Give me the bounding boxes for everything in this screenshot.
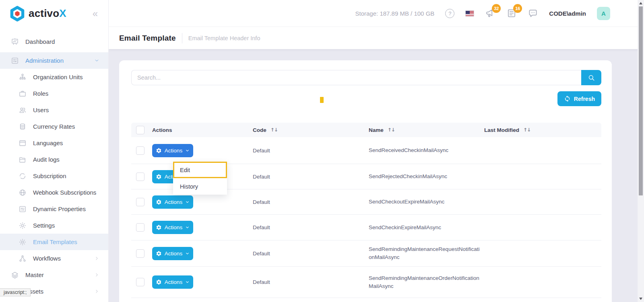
app-logo: activoX xyxy=(10,5,66,22)
row-checkbox[interactable] xyxy=(136,249,144,258)
dynamic-properties-icon xyxy=(19,205,27,213)
actions-button[interactable]: Actions xyxy=(152,221,193,234)
sidebar-item-audit-logs[interactable]: Audit logs xyxy=(0,151,108,168)
row-checkbox[interactable] xyxy=(136,146,144,155)
sidebar-item-dynamic-properties[interactable]: Dynamic Properties xyxy=(0,201,108,217)
sidebar: activoX « Dashboard Administration Organ… xyxy=(0,0,109,302)
current-user[interactable]: CODE\admin xyxy=(549,10,586,17)
sidebar-item-roles[interactable]: Roles xyxy=(0,85,108,102)
status-bar-link-tooltip: javascript:; xyxy=(0,288,31,296)
brand-name: activoX xyxy=(29,7,66,20)
roles-icon xyxy=(19,90,27,98)
chevron-right-icon xyxy=(94,272,99,277)
table-row: Actions Default SendReceivedCheckinMailA… xyxy=(131,137,601,164)
dashboard-icon xyxy=(11,38,19,46)
column-header-name[interactable]: Name↑↓ xyxy=(369,127,484,133)
actions-button[interactable]: Actions xyxy=(152,144,193,157)
sidebar-collapse-button[interactable]: « xyxy=(93,9,98,18)
sidebar-item-users[interactable]: Users xyxy=(0,102,108,118)
chat-bubble-icon xyxy=(528,8,538,18)
sidebar-item-email-templates[interactable]: Email Templates xyxy=(0,234,108,250)
sidebar-item-languages[interactable]: Languages xyxy=(0,135,108,151)
sidebar-item-currency-rates[interactable]: Currency Rates xyxy=(0,118,108,135)
sidebar-item-subscription[interactable]: Subscription xyxy=(0,168,108,184)
gear-icon xyxy=(156,174,162,180)
arrow-down-icon xyxy=(639,298,642,300)
settings-icon xyxy=(19,222,27,230)
name-cell: SendRejectedCheckinMailAsync xyxy=(369,173,481,181)
scroll-up-button[interactable] xyxy=(638,0,644,6)
avatar[interactable]: A xyxy=(597,7,610,20)
announcements-badge: 32 xyxy=(492,4,501,13)
gear-icon xyxy=(156,224,162,230)
name-cell: SendRemindingMaintenanceRequestNotificat… xyxy=(369,245,481,261)
organization-units-icon xyxy=(19,73,27,81)
row-checkbox[interactable] xyxy=(136,198,144,206)
title-divider xyxy=(182,33,182,43)
users-icon xyxy=(19,106,27,114)
name-cell: SendRemindingMaintenanceOrderNotificatio… xyxy=(369,274,481,290)
actions-button[interactable]: Actions xyxy=(152,275,193,289)
actions-button[interactable]: Actions xyxy=(152,247,193,260)
sidebar-item-dashboard[interactable]: Dashboard xyxy=(0,33,108,50)
announcements-icon[interactable]: 32 xyxy=(485,8,495,18)
table-row: Actions Default SendCheckinExpireMailAsy… xyxy=(131,215,601,240)
sidebar-item-master[interactable]: Master xyxy=(0,267,108,283)
column-header-last-modified[interactable]: Last Modified↑↓ xyxy=(484,127,601,133)
dropdown-item-edit[interactable]: Edit xyxy=(173,162,227,178)
chevron-down-icon xyxy=(185,200,190,204)
code-cell: Default xyxy=(253,224,369,230)
workflows-icon xyxy=(19,255,27,263)
search-button[interactable] xyxy=(581,70,601,85)
table-header-row: Actions Code↑↓ Name↑↓ Last Modified↑↓ xyxy=(131,123,601,137)
actions-button[interactable]: Actions xyxy=(152,195,193,209)
help-icon[interactable]: ? xyxy=(445,9,454,18)
dropdown-item-history[interactable]: History xyxy=(173,178,227,195)
name-cell: SendCheckinExpireMailAsync xyxy=(369,224,481,232)
row-checkbox[interactable] xyxy=(136,278,144,286)
column-header-actions: Actions xyxy=(152,127,253,133)
scrollbar-thumb[interactable] xyxy=(639,6,643,195)
notifications-icon[interactable]: 16 xyxy=(506,8,517,18)
select-all-checkbox[interactable] xyxy=(136,126,144,134)
arrow-up-icon xyxy=(639,2,642,4)
master-icon xyxy=(11,271,19,279)
refresh-button[interactable]: Refresh xyxy=(557,91,601,106)
refresh-icon xyxy=(564,95,571,102)
subscription-icon xyxy=(19,172,27,180)
audit-logs-icon xyxy=(19,156,27,164)
code-cell: Default xyxy=(253,148,369,154)
scroll-down-button[interactable] xyxy=(638,296,644,302)
sidebar-item-webhook-subscriptions[interactable]: Webhook Subscriptions xyxy=(0,184,108,201)
sidebar-item-administration[interactable]: Administration xyxy=(0,52,108,69)
column-header-code[interactable]: Code↑↓ xyxy=(253,127,369,133)
search-icon xyxy=(588,74,595,82)
code-cell: Default xyxy=(253,279,369,285)
sort-icon: ↑↓ xyxy=(270,127,278,133)
chevron-down-icon xyxy=(185,251,190,256)
chevron-down-icon xyxy=(94,58,99,63)
notifications-badge: 16 xyxy=(513,4,522,13)
topbar: Storage: 187.89 MB / 100 GB ? 32 16 CODE… xyxy=(109,0,644,27)
row-checkbox[interactable] xyxy=(136,173,144,181)
table-row: Actions Default SendRemindingMaintenance… xyxy=(131,240,601,267)
code-cell: Default xyxy=(253,251,369,257)
page-title: Email Template xyxy=(119,34,176,43)
sidebar-menu: Dashboard Administration Organization Un… xyxy=(0,27,108,300)
page-header: Email Template Email Template Header Inf… xyxy=(109,27,644,49)
chat-icon[interactable] xyxy=(528,8,538,18)
sidebar-item-organization-units[interactable]: Organization Units xyxy=(0,69,108,85)
currency-rates-icon xyxy=(19,123,27,131)
chevron-right-icon xyxy=(94,256,99,261)
row-checkbox[interactable] xyxy=(136,223,144,232)
search-input[interactable] xyxy=(131,70,581,85)
code-cell: Default xyxy=(253,199,369,205)
us-flag-icon[interactable] xyxy=(465,10,474,16)
sidebar-item-workflows[interactable]: Workflows xyxy=(0,250,108,267)
sort-icon: ↑↓ xyxy=(523,127,530,133)
webhook-icon xyxy=(19,189,27,197)
chevron-right-icon xyxy=(94,289,99,294)
administration-icon xyxy=(11,57,19,65)
sidebar-item-settings[interactable]: Settings xyxy=(0,217,108,234)
vertical-scrollbar xyxy=(638,0,644,302)
